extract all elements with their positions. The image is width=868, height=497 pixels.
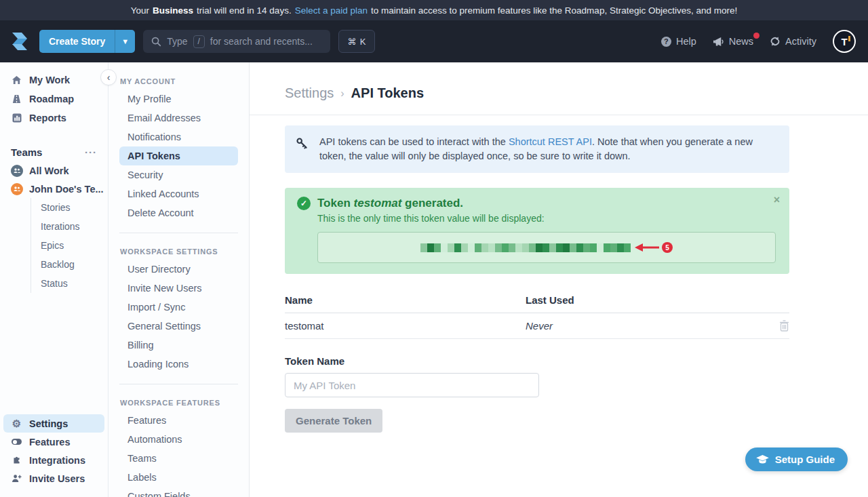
section-header-workspace-features: WORKSPACE FEATURES: [108, 399, 249, 411]
settings-nav-teams[interactable]: Teams: [108, 449, 249, 468]
search-icon: [151, 37, 161, 47]
settings-nav-sidebar: MY ACCOUNT My Profile Email Addresses No…: [108, 62, 250, 497]
close-icon[interactable]: ×: [774, 195, 780, 205]
banner-middle: trial will end in 14 days.: [197, 5, 292, 16]
column-header-name: Name: [285, 294, 526, 306]
create-story-button[interactable]: Create Story ▼: [39, 30, 135, 53]
sidebar-item-reports[interactable]: Reports: [0, 108, 108, 127]
activity-button[interactable]: Activity: [770, 36, 816, 47]
create-story-dropdown[interactable]: ▼: [115, 30, 135, 53]
chevron-left-icon: ‹: [107, 72, 111, 83]
settings-nav-invite-new-users[interactable]: Invite New Users: [108, 279, 249, 298]
breadcrumb-settings[interactable]: Settings: [285, 85, 334, 101]
settings-nav-api-tokens[interactable]: API Tokens: [119, 146, 238, 165]
info-text-before: API tokens can be used to interact with …: [319, 136, 509, 147]
primary-sidebar: My Work Roadmap Reports Teams ··· All Wo…: [0, 62, 108, 497]
user-avatar[interactable]: T: [833, 30, 856, 53]
create-story-label[interactable]: Create Story: [39, 30, 115, 53]
sidebar-item-features[interactable]: Features: [0, 433, 108, 451]
token-name-cell: testomat: [285, 320, 526, 332]
search-input[interactable]: Type / for search and recents...: [143, 30, 330, 53]
settings-nav-import-sync[interactable]: Import / Sync: [108, 298, 249, 317]
main-content: Settings › API Tokens API tokens can be …: [250, 62, 868, 497]
toggle-icon: [11, 439, 22, 445]
delete-token-button[interactable]: [779, 320, 789, 332]
sidebar-item-all-work[interactable]: All Work: [0, 161, 108, 180]
alert-title-row: ✓ Token testomat generated.: [297, 197, 777, 210]
help-button[interactable]: ? Help: [661, 36, 696, 47]
sidebar-item-status[interactable]: Status: [31, 274, 108, 293]
banner-suffix: to maintain access to premium features l…: [371, 5, 737, 16]
sidebar-bottom-group: ⚙ Settings Features Integrations Invite …: [0, 414, 108, 488]
trash-icon: [779, 320, 789, 332]
sidebar-item-backlog[interactable]: Backlog: [31, 255, 108, 274]
settings-nav-email-addresses[interactable]: Email Addresses: [108, 108, 249, 127]
sidebar-item-label: Reports: [29, 113, 66, 123]
sidebar-item-label: Settings: [29, 418, 68, 429]
settings-nav-notifications[interactable]: Notifications: [108, 127, 249, 146]
settings-nav-security[interactable]: Security: [108, 165, 249, 184]
column-header-last-used: Last Used: [526, 294, 789, 306]
news-label: News: [729, 36, 753, 47]
settings-nav-features[interactable]: Features: [108, 411, 249, 430]
sidebar-item-roadmap[interactable]: Roadmap: [0, 90, 108, 108]
sidebar-item-stories[interactable]: Stories: [31, 198, 108, 217]
setup-guide-label: Setup Guide: [775, 454, 835, 465]
sidebar-item-iterations[interactable]: Iterations: [31, 217, 108, 236]
help-label: Help: [676, 36, 696, 47]
token-generated-alert: ✓ Token testomat generated. This is the …: [285, 188, 789, 274]
content-area: API tokens can be used to interact with …: [250, 115, 868, 433]
sidebar-item-john-does-team[interactable]: John Doe's Te...: [0, 180, 108, 198]
generate-token-button[interactable]: Generate Token: [285, 409, 382, 433]
tokens-table: Name Last Used testomat Never: [285, 290, 789, 339]
sidebar-item-label: Invite Users: [29, 473, 85, 484]
settings-nav-linked-accounts[interactable]: Linked Accounts: [108, 184, 249, 203]
news-button[interactable]: News: [713, 36, 753, 47]
search-placeholder: for search and recents...: [210, 36, 313, 47]
settings-nav-billing[interactable]: Billing: [108, 336, 249, 355]
team-avatar: [11, 183, 23, 195]
section-header-workspace-settings: WORKSPACE SETTINGS: [108, 247, 249, 260]
teams-section-header: Teams ···: [0, 142, 108, 161]
banner-plan-name: Business: [153, 5, 193, 16]
avatar-initial: T: [834, 31, 854, 52]
settings-nav-general-settings[interactable]: General Settings: [108, 317, 249, 336]
red-arrow-left-icon: [635, 243, 660, 252]
token-value-box: 5: [317, 232, 776, 263]
settings-nav-delete-account[interactable]: Delete Account: [108, 203, 249, 222]
shortcut-logo-icon[interactable]: [8, 30, 31, 53]
api-tokens-info-box: API tokens can be used to interact with …: [285, 125, 789, 173]
settings-nav-labels[interactable]: Labels: [108, 468, 249, 487]
settings-nav-custom-fields[interactable]: Custom Fields: [108, 487, 249, 497]
divider: [119, 233, 238, 233]
search-shortcut-badge[interactable]: ⌘ K: [338, 30, 375, 53]
activity-label: Activity: [785, 36, 816, 47]
teams-menu-button[interactable]: ···: [85, 146, 97, 158]
team-subnav: Stories Iterations Epics Backlog Status: [31, 198, 108, 293]
settings-nav-loading-icons[interactable]: Loading Icons: [108, 355, 249, 374]
new-token-form: Token Name Generate Token: [285, 355, 789, 433]
teams-header-label: Teams: [11, 146, 42, 158]
settings-nav-user-directory[interactable]: User Directory: [108, 260, 249, 279]
invite-user-icon: [11, 474, 22, 483]
slash-key-badge: /: [193, 35, 205, 48]
token-name-input[interactable]: [285, 373, 539, 397]
select-paid-plan-link[interactable]: Select a paid plan: [295, 5, 368, 16]
shortcut-rest-api-link[interactable]: Shortcut REST API: [509, 136, 592, 147]
sidebar-item-invite-users[interactable]: Invite Users: [0, 469, 108, 488]
all-work-avatar: [11, 165, 23, 177]
sidebar-item-my-work[interactable]: My Work: [0, 71, 108, 90]
breadcrumb: Settings › API Tokens: [285, 85, 868, 101]
sidebar-item-integrations[interactable]: Integrations: [0, 451, 108, 469]
app-body: ‹ My Work Roadmap Reports Teams ···: [0, 62, 868, 497]
bar-chart-icon: [11, 113, 22, 123]
page-header: Settings › API Tokens: [250, 62, 868, 115]
sidebar-item-settings[interactable]: ⚙ Settings: [3, 414, 104, 433]
sidebar-item-epics[interactable]: Epics: [31, 236, 108, 255]
sidebar-collapse-button[interactable]: ‹: [100, 69, 117, 85]
setup-guide-button[interactable]: Setup Guide: [745, 448, 848, 471]
settings-nav-automations[interactable]: Automations: [108, 430, 249, 449]
settings-nav-my-profile[interactable]: My Profile: [108, 90, 249, 108]
redacted-token-mosaic: [420, 243, 631, 252]
key-icon: [296, 137, 309, 150]
